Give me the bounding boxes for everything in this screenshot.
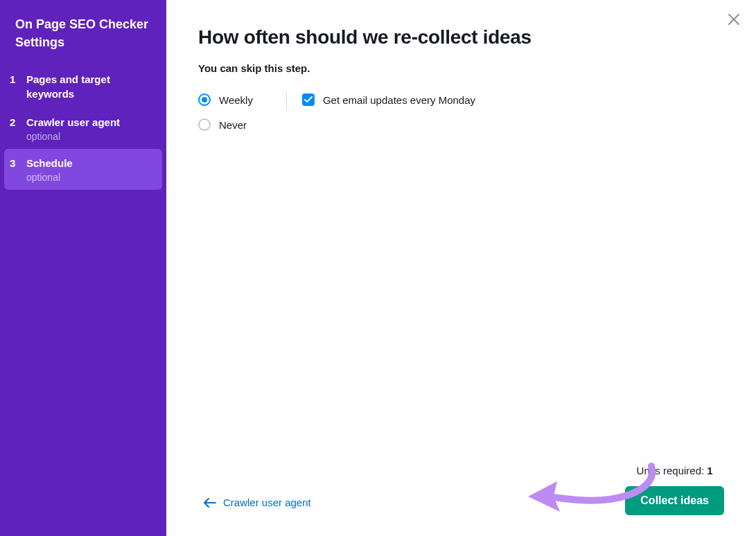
units-label: Units required: [637, 465, 707, 476]
page-subtitle: You can skip this step. [198, 62, 724, 74]
checkbox-label: Get email updates every Monday [323, 94, 475, 106]
sidebar-steps: 1 Pages and target keywords 2 Crawler us… [0, 65, 166, 190]
checkbox-email-updates[interactable]: Get email updates every Monday [302, 93, 475, 106]
arrow-left-icon [204, 498, 216, 508]
step-label: Crawler user agent [26, 115, 120, 129]
radio-label: Weekly [219, 94, 253, 106]
sidebar-step-crawler-user-agent[interactable]: 2 Crawler user agent optional [0, 108, 166, 149]
sidebar-step-pages-keywords[interactable]: 1 Pages and target keywords [0, 65, 166, 108]
units-value: 1 [707, 465, 712, 476]
close-button[interactable] [724, 10, 744, 29]
footer: Crawler user agent Units required: 1 Col… [198, 465, 724, 515]
sidebar-step-schedule[interactable]: 3 Schedule optional [4, 149, 162, 190]
step-number: 2 [10, 115, 18, 129]
footer-right: Units required: 1 Collect ideas [625, 465, 724, 515]
radio-icon [198, 93, 211, 106]
main-content: How often should we re-collect ideas You… [166, 0, 756, 536]
step-optional: optional [26, 131, 120, 142]
sidebar-title: On Page SEO Checker Settings [0, 0, 166, 65]
step-number: 3 [10, 156, 18, 170]
close-icon [727, 12, 741, 26]
radio-never[interactable]: Never [198, 118, 253, 131]
radio-group-frequency: Weekly Never [198, 93, 253, 131]
divider [286, 92, 287, 110]
step-label: Pages and target keywords [26, 72, 158, 101]
radio-weekly[interactable]: Weekly [198, 93, 253, 106]
page-title: How often should we re-collect ideas [198, 26, 724, 48]
radio-label: Never [219, 119, 247, 131]
radio-icon [198, 118, 211, 131]
step-label: Schedule [26, 156, 73, 170]
step-optional: optional [26, 172, 73, 183]
sidebar: On Page SEO Checker Settings 1 Pages and… [0, 0, 166, 536]
back-link[interactable]: Crawler user agent [198, 490, 317, 515]
back-link-label: Crawler user agent [223, 497, 311, 508]
collect-ideas-button[interactable]: Collect ideas [625, 486, 724, 515]
schedule-options: Weekly Never Get email updates every Mon… [198, 93, 724, 131]
step-number: 1 [10, 72, 18, 87]
checkbox-icon [302, 93, 315, 106]
units-required: Units required: 1 [637, 465, 713, 476]
